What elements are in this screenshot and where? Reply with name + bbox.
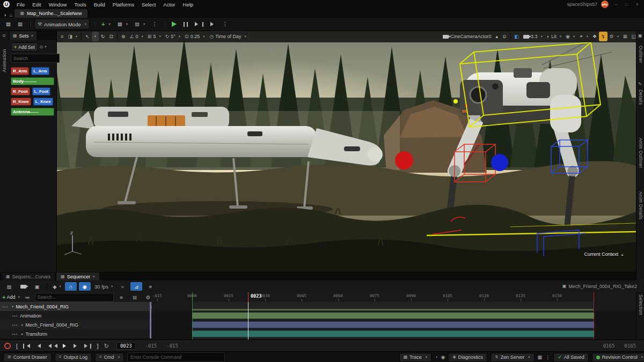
layout-grid-icon[interactable]: ⊞: [621, 32, 630, 41]
track-row-rig-sub[interactable]: ●●● ▸ Mech_Friend_0004_RIG: [0, 320, 166, 329]
tab-anim-details[interactable]: Anim Details: [638, 191, 643, 220]
tab-animation[interactable]: Animation: [2, 49, 7, 72]
animation-section-bar[interactable]: [192, 312, 595, 319]
world-local-toggle-icon[interactable]: ⊕: [119, 32, 128, 41]
fps-dropdown[interactable]: 30 fps▾: [93, 282, 114, 291]
tab-outliner[interactable]: Outliner: [638, 46, 643, 63]
set-chip[interactable]: R_Foot: [11, 87, 30, 95]
unreal-logo-icon[interactable]: U: [3, 1, 10, 8]
track-search-input[interactable]: [35, 293, 114, 302]
pause-button[interactable]: [181, 19, 191, 29]
range-end-marker[interactable]: [594, 292, 594, 302]
viewport-settings-dropdown[interactable]: ⚙▾: [608, 32, 621, 41]
menu-file[interactable]: File: [13, 2, 28, 8]
cinematics-dropdown[interactable]: ▤▾: [132, 19, 148, 29]
set-start-bracket[interactable]: [: [14, 342, 20, 350]
all-saved-indicator[interactable]: ✓ All Saved: [553, 353, 589, 362]
menu-edit[interactable]: Edit: [28, 2, 45, 8]
view-range-end[interactable]: 0165: [620, 343, 640, 349]
viewport-scene[interactable]: [56, 31, 636, 272]
timeline-row-transform[interactable]: [152, 329, 636, 338]
seq-render-icon[interactable]: ▣: [31, 282, 43, 291]
maximize-viewport-icon[interactable]: ◱: [629, 32, 636, 41]
filter-icon[interactable]: ≔: [21, 293, 33, 301]
menu-platforms[interactable]: Platforms: [109, 2, 138, 8]
play-reverse-button[interactable]: [44, 343, 60, 349]
trace-dropdown[interactable]: ▦ Trace▾: [399, 353, 432, 362]
next-frame-button[interactable]: [71, 343, 81, 349]
timeline-row-rig[interactable]: [152, 302, 636, 311]
jump-to-end-button[interactable]: [82, 343, 93, 350]
content-drawer-button[interactable]: ⊞ Content Drawer: [3, 353, 52, 362]
list-view-icon[interactable]: ≡: [115, 293, 127, 301]
menu-build[interactable]: Build: [90, 2, 109, 8]
current-frame-field[interactable]: 0023: [116, 342, 136, 350]
set-chip[interactable]: Antenna------: [11, 108, 54, 116]
set-chip[interactable]: R_Knee: [11, 98, 31, 106]
tab-anim-outliner[interactable]: Anim Outliner: [638, 138, 643, 168]
track-row-animation[interactable]: ●●● Animation: [0, 311, 166, 320]
playhead-marker[interactable]: [248, 292, 248, 302]
grid-status-icon[interactable]: ▦: [538, 355, 543, 360]
editor-mode-dropdown[interactable]: ⚒ Animation Mode ▾: [34, 19, 90, 29]
blue-sphere-gizmo[interactable]: [491, 154, 508, 171]
red-sphere-gizmo[interactable]: [395, 151, 413, 169]
columns-icon[interactable]: ⊟: [129, 293, 141, 301]
pin-camera-icon[interactable]: ⊙: [500, 32, 509, 41]
track-toggles[interactable]: ●●●: [12, 333, 18, 336]
add-set-button[interactable]: + Add Set: [11, 42, 38, 51]
stop-button[interactable]: [208, 19, 218, 29]
view-range-start[interactable]: -015: [141, 343, 162, 349]
curve-editor-toggle-icon[interactable]: ⊿: [130, 282, 142, 291]
dock-icon[interactable]: ▣: [638, 34, 642, 38]
close-icon[interactable]: ×: [634, 2, 641, 7]
set-chip[interactable]: Body---------: [11, 77, 54, 85]
viewport[interactable]: ≡ ◨▾ ↖ + ↻ ⊡ ⊕ ∠0▾ ⊞5▾ ↻5°▾ ⊡0.25▾ ◷Time…: [56, 31, 636, 272]
tab-sequencer[interactable]: ▦ Sequencer ×: [56, 272, 99, 280]
menu-help[interactable]: Help: [179, 2, 197, 8]
track-list-icon[interactable]: ≡: [144, 282, 156, 291]
minimize-icon[interactable]: –: [612, 2, 619, 7]
view-mode-dropdown[interactable]: ◐Lit▾: [545, 32, 564, 41]
track-toggles[interactable]: ●●●: [2, 305, 8, 308]
set-chip[interactable]: L_Arm: [31, 67, 49, 75]
grid-snap-toggle[interactable]: ⊞5▾: [145, 32, 163, 41]
rotation-snap-toggle[interactable]: ↻5°▾: [163, 32, 182, 41]
close-icon[interactable]: ×: [31, 34, 34, 38]
sidebar-pin-icon[interactable]: ⊙: [2, 34, 6, 38]
seq-camera-icon[interactable]: [17, 282, 29, 291]
camera-perspective-dropdown[interactable]: ◨▾: [65, 32, 79, 41]
unreal-mini-icon[interactable]: ◑: [3, 13, 6, 18]
timeline-row-rig-sub[interactable]: [152, 320, 636, 329]
play-options-kebab-icon[interactable]: ⋮: [220, 19, 231, 29]
rig-section-bar[interactable]: [192, 321, 595, 328]
add-track-button[interactable]: +Add▾: [2, 294, 20, 300]
cmd-dropdown[interactable]: ≡ Cmd▾: [95, 353, 124, 362]
set-chip[interactable]: R_Arm: [11, 67, 29, 75]
home-icon[interactable]: ⌂: [9, 12, 12, 18]
scale-snap-toggle[interactable]: ⊡0.25▾: [182, 32, 207, 41]
toolbar-kebab-icon[interactable]: ⋮: [149, 19, 160, 29]
working-range-start[interactable]: -015: [162, 343, 182, 349]
close-icon[interactable]: ×: [92, 275, 95, 279]
set-chip[interactable]: L_Foot: [32, 87, 51, 95]
save-all-icon[interactable]: ▤: [3, 19, 13, 29]
tab-details[interactable]: Details: [638, 90, 643, 105]
timeline-ruler[interactable]: -015 0000 0015 0030 0045 0060 0075 0090 …: [152, 292, 636, 302]
sets-options-icon[interactable]: ⊙▾: [40, 45, 47, 49]
show-flags-dropdown[interactable]: ◉▾: [564, 32, 577, 41]
add-actor-button[interactable]: +▾: [99, 19, 113, 29]
loop-toggle-icon[interactable]: ↻: [102, 342, 111, 350]
level-tab[interactable]: ▦ Map_Northe..._ScaleNew: [14, 9, 87, 18]
curve-icon[interactable]: ≈: [116, 282, 128, 291]
console-command-input[interactable]: [127, 352, 225, 362]
frame-skip-button[interactable]: [192, 19, 206, 29]
status-misc-icon-2[interactable]: ◉: [441, 355, 445, 360]
select-tool-icon[interactable]: ↖: [83, 32, 92, 41]
eject-camera-icon[interactable]: ▴: [493, 32, 500, 41]
status-misc-icon[interactable]: ◔: [435, 355, 437, 360]
seq-play-button[interactable]: [61, 343, 70, 349]
time-of-day-dropdown[interactable]: ◷Time of Day▾: [207, 31, 248, 42]
jump-to-start-button[interactable]: [21, 343, 32, 350]
output-log-button[interactable]: ≡ Output Log: [55, 353, 92, 362]
